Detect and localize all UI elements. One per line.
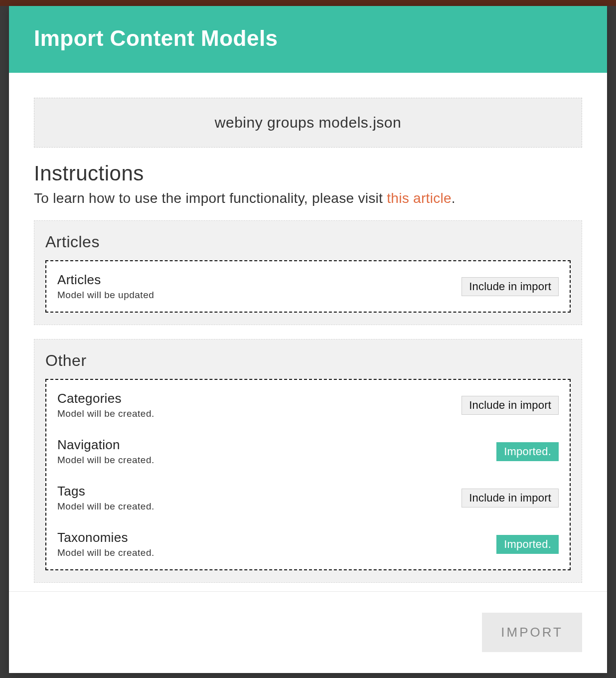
model-row: NavigationModel will be created.Imported… [57,428,559,475]
group-title: Other [45,351,571,370]
modal-footer: IMPORT [9,591,607,673]
modal-body: webiny groups models.json Instructions T… [9,73,607,591]
include-toggle[interactable]: Include in import [462,396,559,415]
model-text: ArticlesModel will be updated [57,272,154,301]
model-row: TagsModel will be created.Include in imp… [57,475,559,521]
import-modal: Import Content Models webiny groups mode… [9,6,607,673]
modal-title: Import Content Models [9,6,607,73]
model-name: Articles [57,272,154,288]
instructions-text: To learn how to use the import functiona… [34,190,582,206]
instructions-heading: Instructions [34,162,582,185]
model-name: Navigation [57,437,154,453]
model-subtext: Model will be created. [57,547,154,558]
file-name: webiny groups models.json [215,114,401,131]
model-row: CategoriesModel will be created.Include … [57,382,559,428]
model-subtext: Model will be created. [57,408,154,419]
model-name: Taxonomies [57,530,154,545]
imported-badge: Imported. [496,442,559,461]
model-text: CategoriesModel will be created. [57,391,154,419]
model-row: ArticlesModel will be updatedInclude in … [57,263,559,310]
model-text: TagsModel will be created. [57,484,154,512]
model-group: ArticlesArticlesModel will be updatedInc… [34,220,582,325]
model-name: Categories [57,391,154,406]
model-text: NavigationModel will be created. [57,437,154,466]
model-text: TaxonomiesModel will be created. [57,530,154,558]
instructions-link[interactable]: this article [387,190,452,206]
model-name: Tags [57,484,154,499]
import-button[interactable]: IMPORT [482,613,582,652]
model-group: OtherCategoriesModel will be created.Inc… [34,339,582,583]
model-subtext: Model will be created. [57,501,154,512]
group-title: Articles [45,233,571,251]
group-items-box: ArticlesModel will be updatedInclude in … [45,260,571,313]
background-top-bar [0,0,616,6]
model-subtext: Model will be created. [57,455,154,466]
instructions-suffix: . [452,190,456,206]
model-row: TaxonomiesModel will be created.Imported… [57,521,559,567]
file-drop-zone[interactable]: webiny groups models.json [34,98,582,148]
include-toggle[interactable]: Include in import [462,277,559,296]
imported-badge: Imported. [496,535,559,554]
include-toggle[interactable]: Include in import [462,489,559,508]
instructions-prefix: To learn how to use the import functiona… [34,190,387,206]
group-items-box: CategoriesModel will be created.Include … [45,379,571,570]
model-subtext: Model will be updated [57,290,154,301]
